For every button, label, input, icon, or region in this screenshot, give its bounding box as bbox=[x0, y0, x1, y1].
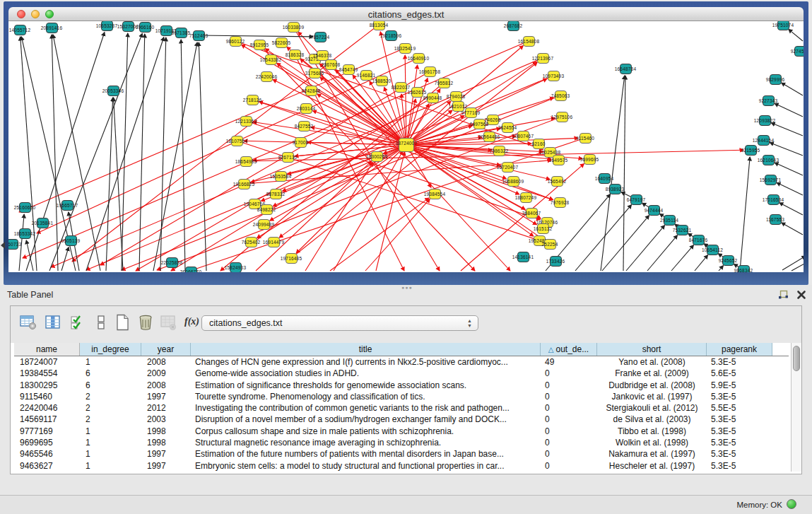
graph-node[interactable]: 10653287 bbox=[101, 21, 113, 31]
table-cell[interactable]: Franke et al. (2009) bbox=[597, 368, 707, 379]
graph-node[interactable]: 16640910 bbox=[413, 53, 425, 64]
table-cell[interactable]: 9463627 bbox=[14, 460, 80, 472]
graph-node[interactable]: 18807249 bbox=[520, 192, 532, 203]
table-cell[interactable]: 1997 bbox=[141, 448, 191, 460]
graph-node[interactable]: 8912955 bbox=[254, 40, 266, 50]
column-header-out-de-[interactable]: △out_de... bbox=[541, 343, 597, 356]
table-cell[interactable]: Investigating the contribution of common… bbox=[191, 402, 541, 414]
table-cell[interactable]: 0 bbox=[541, 448, 597, 460]
graph-node[interactable]: 8267130 bbox=[282, 152, 294, 163]
table-cell[interactable]: 0 bbox=[541, 437, 597, 448]
table-cell[interactable]: 2 bbox=[80, 391, 141, 402]
graph-node[interactable]: 2718126 bbox=[247, 95, 259, 105]
function-builder-button[interactable]: f(x) bbox=[184, 316, 203, 334]
graph-node[interactable]: 18653342 bbox=[19, 228, 31, 239]
table-cell[interactable]: 5.9E-5 bbox=[707, 380, 772, 391]
graph-node[interactable]: 2687682 bbox=[507, 21, 519, 31]
table-cell[interactable]: 9699695 bbox=[14, 437, 80, 448]
delete-table-button[interactable] bbox=[159, 313, 177, 332]
show-columns-button[interactable] bbox=[44, 313, 62, 332]
graph-node[interactable]: 9868342 bbox=[738, 265, 750, 273]
table-row[interactable]: 2242004622012Investigating the contribut… bbox=[14, 402, 789, 414]
table-row[interactable]: 969969511998Structural magnetic resonanc… bbox=[14, 437, 789, 448]
graph-node[interactable]: 3175685 bbox=[309, 68, 321, 78]
graph-node[interactable]: 19218596 bbox=[385, 30, 397, 41]
graph-node[interactable]: 252254 bbox=[544, 239, 556, 250]
graph-node[interactable]: 2803144 bbox=[300, 103, 312, 114]
table-cell[interactable]: Estimation of significance thresholds fo… bbox=[191, 380, 541, 391]
graph-node[interactable]: 8454749 bbox=[343, 64, 355, 75]
graph-node[interactable]: 8794028 bbox=[450, 91, 462, 102]
graph-node[interactable]: 8427552 bbox=[298, 121, 310, 132]
panel-resize-handle[interactable]: ●●● bbox=[401, 285, 413, 290]
table-cell[interactable]: 18724007 bbox=[14, 356, 80, 368]
graph-node[interactable]: 25160650 bbox=[19, 202, 31, 213]
graph-node[interactable]: 9699695 bbox=[584, 154, 596, 165]
graph-node[interactable]: 5822605 bbox=[276, 37, 288, 48]
graph-node[interactable]: 20891416 bbox=[46, 23, 58, 33]
memory-status-indicator[interactable] bbox=[787, 499, 796, 509]
graph-node[interactable]: 1860733 bbox=[8, 239, 18, 250]
graph-node[interactable]: 1167553 bbox=[770, 214, 782, 225]
graph-node[interactable]: 18107554 bbox=[231, 136, 243, 146]
row-view-button[interactable] bbox=[92, 313, 110, 332]
collapse-arrow-icon[interactable] bbox=[1, 242, 5, 249]
table-cell[interactable]: 1997 bbox=[141, 460, 191, 472]
graph-node[interactable]: 12213967 bbox=[537, 53, 549, 64]
table-cell[interactable]: 0 bbox=[541, 460, 597, 472]
graph-node[interactable]: 22025838 bbox=[166, 257, 178, 268]
table-cell[interactable]: 5.3E-5 bbox=[707, 391, 772, 402]
column-header-title[interactable]: title bbox=[191, 343, 541, 356]
graph-node[interactable]: 8186328 bbox=[289, 49, 301, 60]
table-cell[interactable]: Tibbo et al. (1998) bbox=[597, 426, 707, 437]
table-cell[interactable]: 18300295 bbox=[14, 380, 80, 391]
graph-node[interactable]: 8878332 bbox=[270, 189, 282, 199]
graph-node[interactable]: 10654112 bbox=[707, 245, 719, 255]
table-cell[interactable]: Dudbridge et al. (2008) bbox=[597, 380, 707, 391]
table-cell[interactable]: Hescheler et al. (1997) bbox=[597, 460, 707, 472]
graph-node[interactable]: 12093822 bbox=[759, 115, 771, 126]
graph-node[interactable]: 1565492 bbox=[551, 176, 563, 187]
graph-node[interactable]: 10807467 bbox=[517, 131, 529, 141]
table-cell[interactable]: Nakamura et al. (1997) bbox=[597, 448, 707, 460]
table-cell[interactable]: 1 bbox=[80, 356, 141, 368]
table-row[interactable]: 1872400712008Changes of HCN gene express… bbox=[14, 356, 789, 368]
graph-node[interactable]: 14136141 bbox=[517, 252, 529, 262]
graph-node[interactable]: 2935114 bbox=[664, 215, 676, 226]
table-cell[interactable]: 1998 bbox=[141, 437, 191, 448]
graph-node[interactable]: 9505139 bbox=[65, 235, 77, 246]
table-cell[interactable]: Embryonic stem cells: a model to study s… bbox=[191, 460, 541, 472]
graph-node[interactable]: 7485063 bbox=[555, 90, 567, 101]
delete-column-button[interactable] bbox=[136, 313, 155, 332]
graph-node[interactable]: 10973493 bbox=[548, 71, 560, 81]
graph-node[interactable]: 12213363 bbox=[240, 116, 252, 127]
graph-node[interactable]: 19751074 bbox=[777, 21, 789, 30]
table-cell[interactable]: Tourette syndrome. Phenomenology and cla… bbox=[191, 391, 541, 402]
table-cell[interactable]: 1 bbox=[80, 448, 141, 460]
table-cell[interactable]: 5.3E-5 bbox=[707, 448, 772, 460]
graph-node[interactable]: 8498222 bbox=[261, 204, 273, 215]
table-row[interactable]: 1456911722003Disruption of a novel membe… bbox=[14, 414, 789, 425]
table-cell[interactable]: 0 bbox=[541, 402, 597, 414]
table-cell[interactable]: 0 bbox=[541, 426, 597, 437]
graph-node[interactable]: 9115460 bbox=[579, 133, 592, 144]
graph-node[interactable]: 62160 bbox=[533, 139, 545, 149]
graph-node[interactable]: 9146821 bbox=[360, 70, 372, 81]
graph-node[interactable]: 19716485 bbox=[286, 253, 298, 264]
graph-node[interactable]: 16961758 bbox=[424, 66, 436, 77]
graph-node[interactable]: 19384554 bbox=[429, 189, 441, 199]
table-settings-button[interactable] bbox=[19, 313, 37, 332]
table-cell[interactable]: 19384554 bbox=[14, 368, 80, 379]
table-cell[interactable]: 1 bbox=[80, 426, 141, 437]
table-cell[interactable]: 1997 bbox=[141, 391, 191, 402]
graph-node[interactable]: 8938923 bbox=[609, 184, 621, 194]
table-cell[interactable]: 9115460 bbox=[14, 391, 80, 402]
graph-node[interactable]: 18325419 bbox=[399, 43, 411, 54]
table-cell[interactable]: 1 bbox=[80, 460, 141, 472]
graph-node[interactable]: 3624554 bbox=[502, 122, 514, 133]
graph-node[interactable]: 9829996 bbox=[770, 74, 782, 85]
table-cell[interactable]: Estimation of the future numbers of pati… bbox=[191, 448, 541, 460]
table-cell[interactable]: Wolkin et al. (1998) bbox=[597, 437, 707, 448]
table-cell[interactable]: 0 bbox=[541, 414, 597, 425]
graph-node[interactable]: 17016534 bbox=[767, 194, 779, 205]
